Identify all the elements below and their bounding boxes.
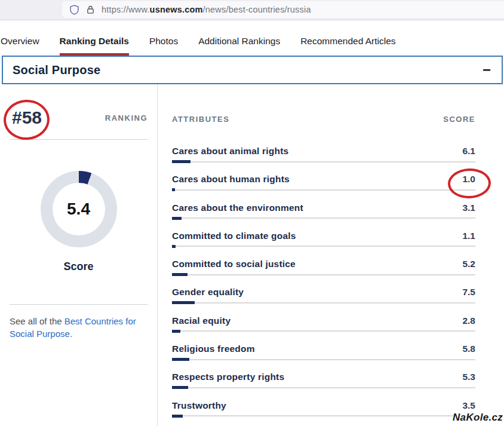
url-bar[interactable]: https://www.usnews.com/news/best-countri… bbox=[62, 1, 504, 18]
see-all-prefix: See all of the bbox=[10, 316, 64, 326]
attribute-label: Respects property rights bbox=[172, 372, 284, 384]
attribute-score-bar bbox=[172, 301, 475, 304]
attribute-label: Racial equity bbox=[172, 315, 231, 327]
attribute-score-bar-fill bbox=[172, 217, 182, 220]
attribute-score-bar-fill bbox=[172, 386, 188, 389]
attribute-score: 7.5 bbox=[462, 287, 475, 299]
attribute-label: Trustworthy bbox=[172, 400, 226, 412]
url-domain: usnews.com bbox=[150, 5, 203, 14]
attribute-label: Committed to climate goals bbox=[172, 231, 296, 243]
divider bbox=[10, 304, 147, 305]
attribute-row: Committed to social justice5.2 bbox=[172, 259, 475, 287]
attribute-label: Cares about animal rights bbox=[172, 146, 288, 158]
attribute-row: Respects property rights5.3 bbox=[172, 372, 475, 400]
attribute-row: Committed to climate goals1.1 bbox=[172, 231, 475, 259]
tab-ranking-details[interactable]: Ranking Details bbox=[60, 36, 129, 56]
section-title: Social Purpose bbox=[13, 63, 100, 77]
tab-recommended-articles[interactable]: Recommended Articles bbox=[300, 36, 395, 56]
ranking-panel: #58 RANKING 5.4 Score See all of the Bes… bbox=[0, 84, 157, 426]
section-content: #58 RANKING 5.4 Score See all of the Bes… bbox=[0, 84, 504, 426]
minus-icon: − bbox=[483, 62, 491, 78]
browser-address-bar: https://www.usnews.com/news/best-countri… bbox=[0, 0, 504, 20]
page-tabs: OverviewRanking DetailsPhotosAdditional … bbox=[1, 36, 504, 56]
score-label: Score bbox=[10, 260, 147, 273]
attribute-score-bar bbox=[172, 160, 475, 163]
rank-row: #58 RANKING bbox=[10, 106, 147, 129]
attributes-rows: Cares about animal rights6.1Cares about … bbox=[172, 146, 475, 426]
attribute-score: 5.3 bbox=[462, 372, 475, 384]
attribute-score-bar-fill bbox=[172, 301, 195, 304]
attribute-score-bar-fill bbox=[172, 358, 189, 361]
attribute-score-bar bbox=[172, 188, 475, 191]
attribute-score: 5.8 bbox=[462, 344, 475, 355]
attribute-score-bar-fill bbox=[172, 188, 175, 191]
attribute-score-bar-fill bbox=[172, 245, 176, 248]
lock-icon[interactable] bbox=[86, 5, 95, 14]
collapse-button[interactable]: − bbox=[483, 64, 491, 76]
url-protocol: https://www. bbox=[102, 5, 150, 14]
watermark-logo: NaKole.cz bbox=[453, 412, 503, 424]
tab-photos[interactable]: Photos bbox=[149, 36, 178, 56]
attribute-score: 3.5 bbox=[462, 400, 475, 412]
attribute-score-bar-fill bbox=[172, 415, 183, 418]
attribute-score-bar bbox=[172, 245, 475, 248]
attribute-score: 6.1 bbox=[462, 146, 475, 158]
url-path: /news/best-countries/russia bbox=[203, 5, 311, 14]
donut-score-value: 5.4 bbox=[67, 200, 90, 219]
attributes-table-header: ATTRIBUTES SCORE bbox=[172, 115, 475, 124]
see-all-text: See all of the Best Countries for Social… bbox=[10, 315, 147, 340]
attribute-score: 3.1 bbox=[462, 203, 475, 214]
tab-additional-rankings[interactable]: Additional Rankings bbox=[198, 36, 280, 56]
attribute-label: Religious freedom bbox=[172, 344, 255, 355]
attribute-score: 1.0 bbox=[462, 174, 475, 186]
attribute-row: Racial equity2.8 bbox=[172, 315, 475, 344]
ranking-label: RANKING bbox=[105, 114, 147, 122]
url-text[interactable]: https://www.usnews.com/news/best-countri… bbox=[102, 5, 311, 14]
attribute-row: Cares about animal rights6.1 bbox=[172, 146, 475, 174]
attributes-column-header: ATTRIBUTES bbox=[172, 115, 229, 124]
attribute-row: Gender equality7.5 bbox=[172, 287, 475, 315]
attribute-row: Trustworthy3.5 bbox=[172, 400, 475, 426]
attribute-label: Committed to social justice bbox=[172, 259, 296, 271]
attribute-score-bar-fill bbox=[172, 160, 190, 163]
attribute-score-bar-fill bbox=[172, 330, 180, 333]
attribute-score-bar bbox=[172, 273, 475, 276]
social-purpose-section-header: Social Purpose − bbox=[2, 56, 503, 84]
score-donut-chart: 5.4 bbox=[41, 171, 117, 247]
shield-icon[interactable] bbox=[69, 5, 79, 15]
browser-window: https://www.usnews.com/news/best-countri… bbox=[0, 0, 504, 426]
attribute-score: 1.1 bbox=[462, 231, 475, 243]
tab-overview[interactable]: Overview bbox=[1, 36, 39, 56]
attribute-row: Religious freedom5.8 bbox=[172, 344, 475, 372]
score-column-header: SCORE bbox=[443, 115, 475, 124]
divider bbox=[10, 139, 147, 140]
attribute-label: Cares about the environment bbox=[172, 203, 303, 214]
attribute-row: Cares about the environment3.1 bbox=[172, 203, 475, 231]
attributes-panel: ATTRIBUTES SCORE Cares about animal righ… bbox=[158, 84, 504, 426]
attribute-score-bar bbox=[172, 330, 475, 333]
attribute-score: 5.2 bbox=[462, 259, 475, 271]
attribute-row: Cares about human rights1.0 bbox=[172, 174, 475, 202]
attribute-score-bar bbox=[172, 415, 475, 418]
attribute-score: 2.8 bbox=[462, 315, 475, 327]
attribute-score-bar bbox=[172, 217, 475, 220]
attribute-label: Gender equality bbox=[172, 287, 244, 299]
donut-center: 5.4 bbox=[53, 183, 105, 235]
rank-value: #58 bbox=[10, 108, 42, 128]
attribute-score-bar bbox=[172, 386, 475, 389]
attribute-label: Cares about human rights bbox=[172, 174, 290, 186]
attribute-score-bar bbox=[172, 358, 475, 361]
attribute-score-bar-fill bbox=[172, 273, 188, 276]
